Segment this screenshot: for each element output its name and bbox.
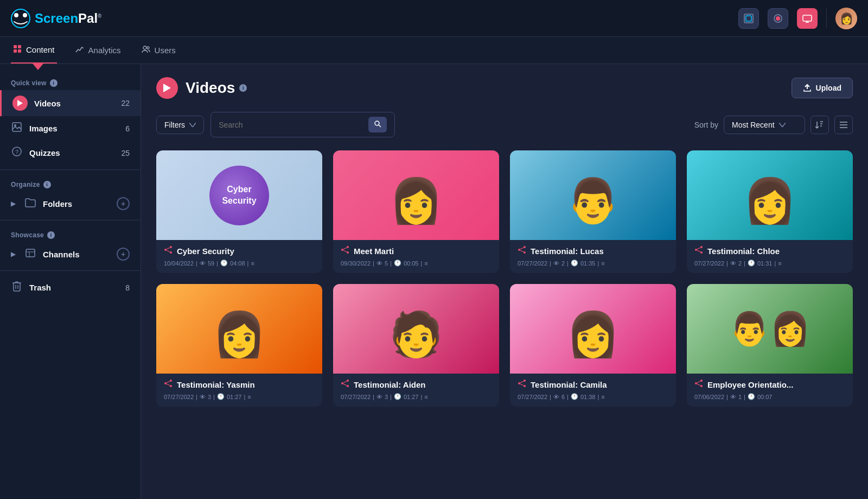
svg-rect-4: [746, 16, 751, 21]
sidebar-divider-2: [0, 220, 141, 220]
sidebar-divider-3: [0, 270, 141, 271]
sidebar-item-folders[interactable]: ▶ Folders +: [0, 192, 141, 216]
video-title-5: Testimonial: Yasmin: [177, 380, 255, 389]
svg-line-60: [167, 384, 170, 386]
duration-icon-4: 🕐: [748, 260, 755, 267]
video-meta-5: 07/27/2022 | 👁 3 | 🕐 01:27 | ≡: [164, 393, 315, 400]
nav-content[interactable]: Content: [11, 37, 57, 64]
svg-point-58: [164, 382, 167, 384]
filters-dropdown[interactable]: Filters: [156, 116, 204, 134]
svg-line-69: [520, 381, 524, 383]
sidebar-item-channels[interactable]: ▶ Channels +: [0, 242, 141, 266]
video-card-testimonial-chloe[interactable]: 👩 Testimonial: Chloe 07/27/2022 | 👁 2 | …: [687, 150, 853, 273]
svg-point-14: [143, 46, 146, 49]
svg-point-2: [23, 13, 27, 17]
nav-users[interactable]: Users: [139, 37, 178, 64]
menu-icon-3: ≡: [601, 260, 604, 267]
trash-icon: [11, 281, 23, 294]
video-card-testimonial-yasmin[interactable]: 👩 Testimonial: Yasmin 07/27/2022 | 👁 3 |…: [156, 284, 322, 407]
screen-capture-button[interactable]: [738, 8, 759, 29]
quizzes-icon: ?: [11, 146, 23, 160]
sidebar: Quick view i Videos 22 Images 6 ? Quizze…: [0, 64, 141, 499]
share-icon-7: [518, 379, 526, 390]
upload-button[interactable]: Upload: [792, 78, 853, 98]
add-channel-button[interactable]: +: [117, 248, 130, 261]
menu-icon-2: ≡: [424, 260, 427, 267]
share-icon-4: [694, 245, 703, 256]
svg-line-39: [167, 248, 170, 249]
search-input[interactable]: [219, 121, 364, 129]
user-avatar[interactable]: 👩: [835, 8, 857, 29]
record-button[interactable]: [768, 8, 788, 29]
list-view-button[interactable]: [834, 116, 853, 134]
video-meta-4: 07/27/2022 | 👁 2 | 🕐 01:31 | ≡: [694, 260, 845, 267]
duration-icon-1: 🕐: [220, 260, 228, 267]
share-icon-3: [518, 245, 526, 256]
video-card-cyber-security[interactable]: CyberSecurity Cyber Security 10/04/2022 …: [156, 150, 322, 273]
quizzes-count: 25: [121, 149, 130, 157]
svg-point-15: [147, 47, 149, 49]
video-card-testimonial-lucas[interactable]: 👨 Testimonial: Lucas 07/27/2022 | 👁 2 | …: [510, 150, 676, 273]
share-icon-1: [164, 245, 173, 256]
video-card-testimonial-aiden[interactable]: 🧑 Testimonial: Aiden 07/27/2022 | 👁 3 | …: [333, 284, 499, 407]
svg-point-68: [518, 382, 520, 384]
video-thumb-camila: 👩: [510, 284, 676, 374]
page-title: Videos i: [186, 79, 247, 97]
video-meta-8: 07/06/2022 | 👁 1 | 🕐 00:07: [694, 393, 845, 400]
sort-dropdown[interactable]: Most Recent: [724, 116, 805, 134]
sort-direction-button[interactable]: [810, 116, 829, 134]
duration-icon-8: 🕐: [748, 393, 755, 400]
sort-by-label: Sort by: [694, 121, 718, 129]
folders-label: Folders: [43, 199, 110, 209]
channels-expand-icon[interactable]: ▶: [11, 250, 16, 258]
videos-label: Videos: [34, 99, 114, 108]
page-title-area: Videos i: [156, 77, 247, 99]
svg-line-59: [167, 381, 170, 383]
trash-count: 8: [125, 283, 130, 292]
logo-text: ScreenPal®: [35, 11, 101, 26]
folders-expand-icon[interactable]: ▶: [11, 200, 16, 207]
top-right-controls: 👩: [738, 8, 857, 29]
page-title-info-icon[interactable]: i: [239, 84, 247, 92]
video-title-3: Testimonial: Lucas: [531, 247, 604, 256]
organize-info-icon[interactable]: i: [43, 181, 51, 188]
video-card-meet-marti[interactable]: 👩 Meet Marti 09/30/2022 | 👁 5 | 🕐 00:: [333, 150, 499, 273]
video-card-testimonial-camila[interactable]: 👩 Testimonial: Camila 07/27/2022 | 👁 6 |…: [510, 284, 676, 407]
person-aiden: 🧑: [389, 313, 443, 356]
svg-line-75: [697, 384, 700, 386]
sidebar-divider-1: [0, 169, 141, 170]
search-button[interactable]: [368, 117, 387, 132]
duration-icon-2: 🕐: [394, 260, 401, 267]
video-title-row-2: Meet Marti: [341, 245, 492, 256]
logo: ScreenPal®: [11, 9, 101, 28]
video-title-7: Testimonial: Camila: [531, 380, 607, 389]
person-yasmin: 👩: [212, 313, 266, 356]
video-title-4: Testimonial: Chloe: [707, 247, 780, 256]
sidebar-item-trash[interactable]: Trash 8: [0, 275, 141, 300]
svg-point-57: [170, 385, 172, 387]
tv-button[interactable]: [797, 8, 818, 29]
duration-icon-6: 🕐: [394, 393, 401, 400]
views-icon-8: 👁: [730, 394, 736, 400]
quick-view-info-icon[interactable]: i: [50, 79, 58, 87]
video-card-employee-orientation[interactable]: 👨👩 Employee Orientatio... 07/06/2022 | 👁…: [687, 284, 853, 407]
menu-icon-7: ≡: [601, 394, 604, 400]
nav-analytics[interactable]: Analytics: [73, 37, 123, 64]
svg-point-52: [700, 251, 703, 254]
views-icon-7: 👁: [553, 394, 559, 400]
page-header: Videos i Upload: [156, 77, 853, 99]
add-folder-button[interactable]: +: [117, 197, 130, 210]
showcase-info-icon[interactable]: i: [47, 231, 55, 239]
video-thumb-meet-marti: 👩: [333, 150, 499, 240]
svg-line-50: [520, 250, 524, 252]
svg-rect-12: [14, 49, 17, 53]
svg-point-63: [341, 382, 343, 384]
svg-line-65: [343, 384, 347, 386]
svg-text:?: ?: [15, 149, 18, 155]
svg-point-47: [524, 251, 526, 254]
sidebar-item-images[interactable]: Images 6: [0, 116, 141, 141]
sidebar-item-videos[interactable]: Videos 22: [0, 90, 141, 116]
sidebar-item-quizzes[interactable]: ? Quizzes 25: [0, 141, 141, 165]
videos-play-icon: [12, 96, 28, 111]
sub-nav: Content Analytics Users: [0, 37, 868, 64]
